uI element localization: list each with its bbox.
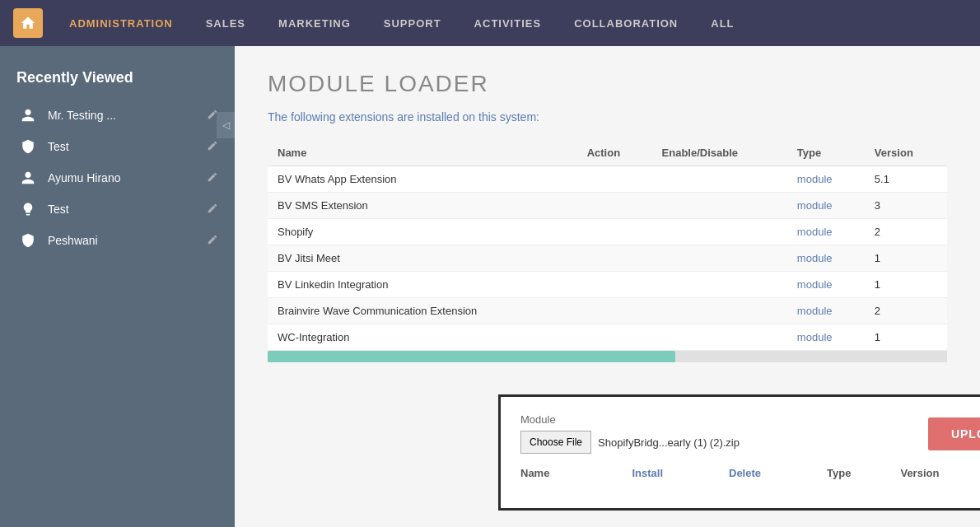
sidebar-item-test-1-label: Test: [48, 140, 207, 153]
cell-type: module: [787, 219, 865, 245]
table-row: Brainvire Wave Communication Extension m…: [268, 298, 947, 324]
upload-button[interactable]: UPLOAD: [928, 417, 980, 450]
sidebar-item-peshwani-label: Peshwani: [48, 234, 207, 247]
subtitle: The following extensions are installed o…: [268, 110, 947, 124]
cell-enable-disable: [652, 219, 787, 245]
sidebar-item-mr-testing[interactable]: Mr. Testing ...: [0, 100, 235, 131]
cell-version: 1: [865, 245, 947, 272]
col-type: Type: [787, 140, 865, 166]
cell-version: 2: [865, 219, 947, 245]
edit-icon-ayumu[interactable]: [207, 171, 218, 185]
nav-item-collaboration[interactable]: COLLABORATION: [558, 0, 694, 46]
sidebar-item-mr-testing-label: Mr. Testing ...: [48, 109, 207, 122]
module-label: Module: [520, 413, 740, 426]
table-row: BV Jitsi Meet module 1: [268, 245, 947, 272]
cell-type: module: [787, 193, 865, 219]
top-navigation: ADMINISTRATION SALES MARKETING SUPPORT A…: [0, 0, 980, 46]
upload-col-delete: Delete: [729, 467, 761, 492]
cell-version: 2: [865, 298, 947, 324]
page-title: MODULE LOADER: [268, 71, 947, 97]
home-button[interactable]: [13, 8, 43, 38]
cell-action: [577, 298, 652, 324]
cell-action: [577, 324, 652, 351]
cell-name: BV Whats App Extension: [268, 166, 577, 193]
cell-name: BV Jitsi Meet: [268, 245, 577, 272]
upload-col-version: Version: [900, 467, 939, 492]
cell-name: BV SMS Extension: [268, 193, 577, 219]
nav-item-support[interactable]: SUPPORT: [367, 0, 458, 46]
shield-icon-2: [16, 233, 40, 248]
cell-enable-disable: [652, 298, 787, 324]
cell-enable-disable: [652, 193, 787, 219]
nav-item-activities[interactable]: ACTIVITIES: [458, 0, 558, 46]
cell-name: BV Linkedin Integration: [268, 272, 577, 298]
bulb-icon: [16, 202, 40, 217]
cell-enable-disable: [652, 272, 787, 298]
module-table: Name Action Enable/Disable Type Version …: [268, 140, 947, 351]
nav-items: ADMINISTRATION SALES MARKETING SUPPORT A…: [53, 0, 751, 46]
choose-file-button[interactable]: Choose File: [520, 431, 591, 454]
upload-box: Module Choose File ShopifyBridg...early …: [498, 394, 980, 511]
cell-action: [577, 193, 652, 219]
file-name-display: ShopifyBridg...early (1) (2).zip: [598, 436, 740, 449]
table-row: Shopify module 2: [268, 219, 947, 245]
sidebar-item-ayumu-label: Ayumu Hirano: [48, 171, 207, 184]
horizontal-scrollbar[interactable]: [268, 351, 947, 362]
module-file-section: Module Choose File ShopifyBridg...early …: [520, 413, 740, 454]
cell-version: 3: [865, 193, 947, 219]
edit-icon-mr-testing[interactable]: [207, 109, 218, 123]
sidebar-title: Recently Viewed: [0, 56, 235, 100]
cell-name: WC-Integration: [268, 324, 577, 351]
edit-icon-peshwani[interactable]: [207, 234, 218, 248]
cell-action: [577, 219, 652, 245]
shield-icon-1: [16, 139, 40, 154]
col-enable-disable: Enable/Disable: [652, 140, 787, 166]
upload-section: Module Choose File ShopifyBridg...early …: [520, 413, 980, 454]
sidebar: Recently Viewed ◁ Mr. Testing ... Test: [0, 46, 235, 527]
upload-col-name: Name: [520, 467, 549, 492]
cell-action: [577, 272, 652, 298]
sidebar-item-test-2-label: Test: [48, 203, 207, 216]
nav-item-marketing[interactable]: MARKETING: [262, 0, 367, 46]
main-layout: Recently Viewed ◁ Mr. Testing ... Test: [0, 46, 980, 527]
cell-enable-disable: [652, 166, 787, 193]
col-action: Action: [577, 140, 652, 166]
cell-type: module: [787, 324, 865, 351]
cell-type: module: [787, 166, 865, 193]
sidebar-item-test-1[interactable]: Test: [0, 131, 235, 162]
cell-enable-disable: [652, 245, 787, 272]
cell-type: module: [787, 245, 865, 272]
scrollbar-thumb[interactable]: [268, 351, 675, 362]
upload-col-type: Type: [827, 467, 851, 492]
cell-action: [577, 166, 652, 193]
edit-icon-test-1[interactable]: [207, 140, 218, 154]
col-version: Version: [865, 140, 947, 166]
cell-version: 1: [865, 272, 947, 298]
cell-name: Shopify: [268, 219, 577, 245]
table-row: BV SMS Extension module 3: [268, 193, 947, 219]
edit-icon-test-2[interactable]: [207, 203, 218, 217]
nav-item-administration[interactable]: ADMINISTRATION: [53, 0, 189, 46]
table-row: WC-Integration module 1: [268, 324, 947, 351]
upload-table-headers: Name Install Delete Type Version Date Pu…: [520, 467, 980, 492]
table-row: BV Whats App Extension module 5.1: [268, 166, 947, 193]
col-name: Name: [268, 140, 577, 166]
sidebar-item-ayumu[interactable]: Ayumu Hirano: [0, 162, 235, 194]
content-area: MODULE LOADER The following extensions a…: [235, 46, 980, 527]
cell-action: [577, 245, 652, 272]
cell-type: module: [787, 298, 865, 324]
nav-item-sales[interactable]: SALES: [189, 0, 262, 46]
cell-version: 1: [865, 324, 947, 351]
file-input-group: Choose File ShopifyBridg...early (1) (2)…: [520, 431, 740, 454]
cell-version: 5.1: [865, 166, 947, 193]
cell-type: module: [787, 272, 865, 298]
nav-item-all[interactable]: ALL: [694, 0, 750, 46]
sidebar-item-peshwani[interactable]: Peshwani: [0, 225, 235, 256]
sidebar-item-test-2[interactable]: Test: [0, 194, 235, 225]
cell-enable-disable: [652, 324, 787, 351]
upload-col-install: Install: [632, 467, 663, 492]
cell-name: Brainvire Wave Communication Extension: [268, 298, 577, 324]
person-icon: [16, 108, 40, 123]
table-row: BV Linkedin Integration module 1: [268, 272, 947, 298]
person-icon-2: [16, 170, 40, 185]
